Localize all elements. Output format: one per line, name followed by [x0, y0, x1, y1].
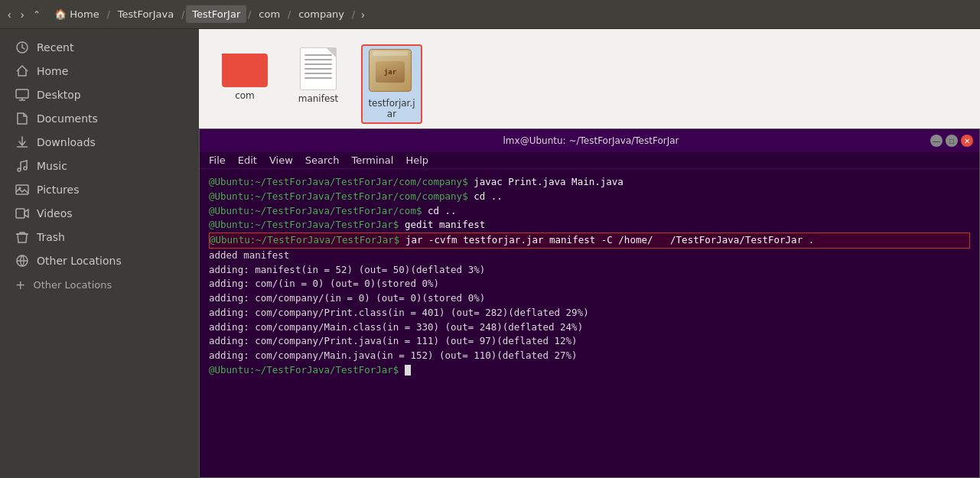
term-line-4: @Ubuntu:~/TestForJava/TestForJar$ gedit … [209, 218, 970, 232]
music-icon [15, 159, 29, 173]
sidebar-label-documents: Documents [37, 112, 98, 125]
svg-point-5 [18, 168, 21, 171]
terminal-cursor [405, 365, 411, 376]
sidebar-item-other-locations[interactable]: Other Locations [3, 249, 196, 272]
sidebar-label-other-locations: Other Locations [37, 255, 122, 267]
file-item-com[interactable]: com [214, 44, 275, 104]
home-icon [15, 64, 29, 78]
term-line-6: added manifest [209, 249, 970, 263]
terminal-menu-edit[interactable]: Edit [238, 154, 257, 166]
sidebar-add-button[interactable]: + Other Locations [3, 273, 196, 297]
terminal-menu: File Edit View Search Terminal Help [200, 152, 979, 169]
file-area: com manifest [199, 29, 980, 139]
sidebar-label-desktop: Desktop [37, 89, 81, 101]
term-line-8: adding: com/(in = 0) (out= 0)(stored 0%) [209, 277, 970, 291]
term-line-13: adding: com/company/Main.java(in = 152) … [209, 349, 970, 363]
sidebar-item-music[interactable]: Music [3, 154, 196, 177]
sidebar-item-documents[interactable]: Documents [3, 107, 196, 130]
terminal-maximize-button[interactable]: □ [946, 135, 958, 147]
terminal-title: lmx@Ubuntu: ~/TestForJava/TestForJar [252, 135, 930, 146]
sidebar-label-downloads: Downloads [37, 136, 96, 148]
term-line-final: @Ubuntu:~/TestForJava/TestForJar$ [209, 363, 970, 378]
other-locations-icon [15, 254, 29, 268]
terminal-close-button[interactable]: ✕ [961, 135, 973, 147]
terminal-title-bar: lmx@Ubuntu: ~/TestForJava/TestForJar — □… [200, 129, 979, 152]
jar-icon: jar [369, 49, 415, 95]
sidebar-label-home: Home [37, 65, 68, 77]
term-line-11: adding: com/company/Main.class(in = 330)… [209, 320, 970, 335]
home-icon: 🏠 [54, 8, 67, 20]
content-area: com manifest [199, 29, 980, 478]
sidebar-item-trash[interactable]: Trash [3, 226, 196, 249]
breadcrumb-home[interactable]: 🏠 Home [48, 5, 105, 23]
sidebar-item-desktop[interactable]: Desktop [3, 83, 196, 106]
sidebar-item-downloads[interactable]: Downloads [3, 131, 196, 154]
document-icon-manifest [300, 47, 337, 90]
clock-icon [15, 41, 29, 54]
term-line-10: adding: com/company/Print.class(in = 401… [209, 306, 970, 320]
sidebar-label-videos: Videos [37, 207, 73, 219]
up-button[interactable]: ⌃ [28, 6, 45, 23]
file-label-com: com [235, 90, 255, 101]
breadcrumb-company[interactable]: company [292, 5, 350, 23]
add-icon: + [15, 278, 25, 292]
sidebar-label-pictures: Pictures [37, 184, 79, 196]
term-line-2: @Ubuntu:~/TestForJava/TestForJar/com/com… [209, 190, 970, 204]
back-button[interactable]: ‹ [3, 5, 16, 24]
breadcrumb-testforjar[interactable]: TestForJar [186, 5, 246, 23]
pictures-icon [15, 183, 29, 197]
breadcrumb-sep-2: / [181, 9, 184, 20]
sidebar-label-music: Music [37, 160, 67, 172]
sidebar-item-videos[interactable]: Videos [3, 202, 196, 225]
terminal-menu-search[interactable]: Search [305, 154, 340, 166]
nav-bar: ‹ › ⌃ 🏠 Home / TestForJava / TestForJar … [0, 0, 980, 29]
breadcrumb-sep-5: / [352, 9, 355, 20]
terminal-menu-view[interactable]: View [269, 154, 293, 166]
main-layout: Recent Home Desktop Documents Downloads [0, 29, 980, 478]
breadcrumb-sep-4: / [288, 9, 291, 20]
term-line-3: @Ubuntu:~/TestForJava/TestForJar/com$ cd… [209, 204, 970, 219]
term-line-5: @Ubuntu:~/TestForJava/TestForJar$ jar -c… [209, 232, 970, 249]
svg-point-6 [24, 167, 27, 170]
term-line-7: adding: manifest(in = 52) (out= 50)(defl… [209, 263, 970, 278]
svg-rect-9 [16, 209, 24, 218]
terminal-menu-file[interactable]: File [209, 154, 226, 166]
breadcrumb: 🏠 Home / TestForJava / TestForJar / com … [48, 5, 369, 24]
file-label-testforjar: testforjar.jar [366, 98, 418, 119]
trash-icon [15, 230, 29, 244]
breadcrumb-sep-3: / [248, 9, 251, 20]
downloads-icon [15, 135, 29, 149]
forward-button[interactable]: › [16, 5, 29, 24]
file-item-manifest[interactable]: manifest [288, 44, 349, 107]
sidebar: Recent Home Desktop Documents Downloads [0, 29, 199, 478]
sidebar-item-home[interactable]: Home [3, 60, 196, 83]
breadcrumb-com[interactable]: com [252, 5, 286, 23]
videos-icon [15, 206, 29, 220]
breadcrumb-more[interactable]: › [357, 5, 370, 24]
file-item-testforjar[interactable]: jar testforjar.jar [361, 44, 422, 124]
terminal-menu-help[interactable]: Help [405, 154, 428, 166]
terminal-menu-terminal[interactable]: Terminal [351, 154, 393, 166]
svg-rect-1 [16, 89, 28, 98]
term-line-12: adding: com/company/Print.java(in = 111)… [209, 334, 970, 349]
terminal-window: lmx@Ubuntu: ~/TestForJava/TestForJar — □… [199, 128, 980, 478]
desktop-icon [15, 88, 29, 102]
sidebar-add-label: Other Locations [33, 279, 112, 291]
documents-icon [15, 112, 29, 125]
sidebar-item-pictures[interactable]: Pictures [3, 178, 196, 201]
breadcrumb-sep-1: / [107, 9, 110, 20]
term-line-9: adding: com/company/(in = 0) (out= 0)(st… [209, 291, 970, 306]
terminal-body[interactable]: @Ubuntu:~/TestForJava/TestForJar/com/com… [200, 169, 979, 477]
folder-icon-com [222, 47, 268, 87]
breadcrumb-testforjava[interactable]: TestForJava [112, 5, 180, 23]
terminal-minimize-button[interactable]: — [930, 135, 943, 147]
term-line-1: @Ubuntu:~/TestForJava/TestForJar/com/com… [209, 175, 970, 190]
sidebar-item-recent[interactable]: Recent [3, 36, 196, 59]
sidebar-label-trash: Trash [37, 231, 65, 243]
sidebar-label-recent: Recent [37, 41, 73, 54]
file-label-manifest: manifest [298, 93, 339, 104]
terminal-controls: — □ ✕ [930, 135, 973, 147]
